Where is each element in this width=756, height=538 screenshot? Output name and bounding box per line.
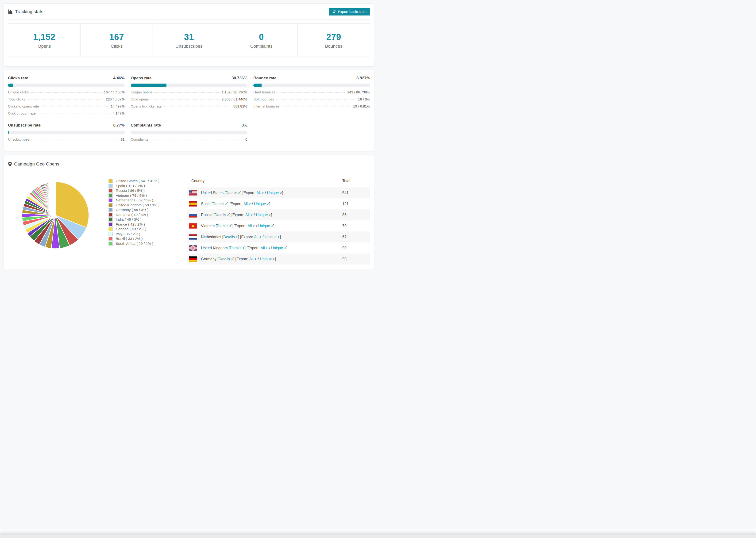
- map-pin-icon: [8, 161, 12, 167]
- rate-value: 30.736%: [232, 76, 247, 81]
- bracket: ]: [269, 202, 270, 206]
- stat-box-bounces: 279Bounces: [298, 24, 370, 57]
- export-all-link[interactable]: All >: [249, 257, 257, 261]
- legend-swatch: [108, 198, 113, 202]
- total-cell: 79: [342, 220, 370, 232]
- slash: /: [268, 246, 271, 250]
- legend-swatch: [108, 213, 113, 217]
- rate-progress-bar: [253, 83, 370, 87]
- rate-progress-bar: [8, 83, 125, 87]
- rate-progress-fill: [253, 83, 261, 87]
- rate-stat-row: Unsubscribes31: [8, 137, 125, 141]
- export-all-link[interactable]: All >: [245, 213, 253, 217]
- rate-stat-row: Click through rate4.147%: [8, 111, 125, 115]
- dotted-leader: [27, 99, 104, 100]
- export-all-link[interactable]: All >: [247, 224, 255, 228]
- slash: /: [261, 235, 265, 239]
- export-all-link[interactable]: All >: [261, 246, 268, 250]
- details-link[interactable]: Details >: [226, 191, 241, 195]
- geo-table-wrap: Country Total United States [Details >] …: [187, 173, 370, 265]
- stat-row-label: Unique clicks: [8, 90, 28, 94]
- export-unique-link[interactable]: Unique >: [265, 235, 280, 239]
- legend-item-united-states: United States ( 541 / 31% ): [108, 179, 184, 184]
- details-link[interactable]: Details >: [230, 246, 244, 250]
- details-link[interactable]: Details >: [219, 257, 233, 261]
- slash: /: [253, 213, 256, 217]
- stat-row-value: 242 / 86.738%: [347, 90, 370, 94]
- rate-title: Unsubscribe rate: [8, 123, 41, 128]
- stat-row-value: 31: [121, 137, 125, 141]
- stat-value: 1,152: [8, 32, 80, 42]
- legend-swatch: [108, 217, 113, 222]
- export-all-link[interactable]: All >: [243, 202, 251, 206]
- stat-box-opens: 1,152Opens: [8, 24, 81, 57]
- rate-stat-row: Opens to clicks rate689.82%: [131, 104, 247, 108]
- export-unique-link[interactable]: Unique >: [260, 257, 275, 261]
- legend-item-south-africa: South Africa ( 29 / 2% ): [108, 241, 184, 246]
- export-unique-link[interactable]: Unique >: [271, 246, 287, 250]
- stat-box-clicks: 167Clicks: [81, 24, 153, 57]
- stat-value: 167: [81, 32, 153, 42]
- country-name: Vietnam: [201, 224, 215, 228]
- legend-label: France ( 42 / 2% ): [116, 222, 145, 227]
- geo-opens-table: Country Total United States [Details >] …: [187, 173, 370, 265]
- stat-row-value: 0: [245, 137, 247, 141]
- rate-stat-rows: Unique clicks167 / 4.456%Total clicks220…: [8, 90, 125, 115]
- export-unique-link[interactable]: Unique >: [254, 202, 269, 206]
- country-column-header: Country: [187, 173, 342, 187]
- bracket: ] [Export:: [228, 202, 243, 206]
- country-name: Germany: [201, 257, 216, 261]
- bracket: ]: [273, 224, 274, 228]
- legend-swatch: [108, 208, 113, 212]
- geo-opens-pie-chart[interactable]: [20, 180, 91, 251]
- total-cell: 541: [342, 187, 370, 198]
- export-all-link[interactable]: All >: [256, 191, 264, 195]
- export-all-link[interactable]: All >: [254, 235, 261, 239]
- geo-table-header-row: Country Total: [187, 173, 370, 187]
- details-link[interactable]: Details >: [217, 224, 232, 228]
- rate-section-unsubscribe-rate: Unsubscribe rate0.77%Unsubscribes31: [8, 123, 125, 141]
- legend-swatch: [108, 222, 113, 227]
- country-cell-content: United States [Details >] [Export: All >…: [187, 190, 342, 195]
- rate-title: Clicks rate: [8, 76, 28, 81]
- rate-value: 4.46%: [113, 76, 125, 81]
- rate-progress-bar: [8, 131, 125, 134]
- bracket: ] [Export:: [233, 257, 249, 261]
- details-link[interactable]: Details >: [215, 213, 229, 217]
- details-link[interactable]: Details >: [223, 235, 238, 239]
- country-cell: United Kingdom [Details >] [Export: All …: [187, 242, 342, 253]
- dotted-leader: [31, 92, 102, 93]
- legend-label: Germany ( 55 / 3% ): [116, 208, 149, 212]
- pie-legend: United States ( 541 / 31% )Spain ( 121 /…: [108, 179, 184, 246]
- legend-label: Russia ( 86 / 5% ): [116, 188, 145, 193]
- table-row-spain: Spain [Details >] [Export: All > / Uniqu…: [187, 198, 370, 209]
- bracket: [: [216, 257, 219, 261]
- bracket: [: [215, 224, 217, 228]
- stat-row-label: Internal bounces: [253, 104, 279, 108]
- country-cell-content: Spain [Details >] [Export: All > / Uniqu…: [187, 201, 342, 207]
- slash: /: [257, 257, 260, 261]
- legend-swatch: [108, 242, 113, 246]
- details-link[interactable]: Details >: [213, 202, 228, 206]
- section-title: Campaign Geo Opens: [14, 161, 59, 167]
- country-cell-content: Netherlands [Details >] [Export: All > /…: [187, 234, 342, 240]
- legend-item-canada: Canada ( 40 / 2% ): [108, 227, 184, 232]
- legend-label: United States ( 541 / 31% ): [116, 179, 159, 183]
- legend-item-united-kingdom: United Kingdom ( 59 / 3% ): [108, 203, 184, 208]
- stat-box-unsubscribes: 31Unsubscribes: [153, 24, 225, 57]
- bracket: ] [Export:: [238, 235, 254, 239]
- stat-row-label: Click through rate: [8, 111, 36, 115]
- export-unique-link[interactable]: Unique >: [258, 224, 273, 228]
- stat-row-label: Unique opens: [131, 90, 153, 94]
- export-basic-stats-button[interactable]: Export basic stats: [329, 8, 370, 16]
- export-unique-link[interactable]: Unique >: [267, 191, 282, 195]
- table-row-vietnam: Vietnam [Details >] [Export: All > / Uni…: [187, 220, 370, 232]
- country-cell-content: Vietnam [Details >] [Export: All > / Uni…: [187, 223, 342, 229]
- legend-swatch: [108, 184, 113, 188]
- export-unique-link[interactable]: Unique >: [256, 213, 271, 217]
- slash: /: [251, 202, 254, 206]
- country-flag-us-icon: [189, 190, 197, 195]
- rates-card: Clicks rate4.46%Unique clicks167 / 4.456…: [4, 70, 374, 151]
- rate-stat-row: Total opens2,303 / 61.446%: [131, 97, 247, 101]
- bracket: ]: [275, 257, 276, 261]
